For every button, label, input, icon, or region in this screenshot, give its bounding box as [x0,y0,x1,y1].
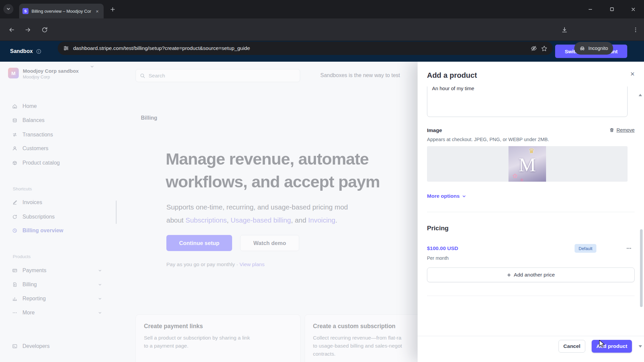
price-interval: Per month [427,255,449,261]
incognito-icon [579,45,585,51]
usage-based-billing-link[interactable]: Usage-based billing [230,216,291,224]
trash-icon [609,128,614,132]
billing-section-label: Billing [141,115,157,121]
eye-off-icon[interactable] [531,45,537,52]
reload-button[interactable] [38,23,51,36]
heading-line-1: Manage revenue, automate [166,147,380,170]
section-label-shortcuts: Shortcuts [13,186,32,191]
arrow-left-icon [8,26,15,33]
close-window-button[interactable] [623,0,644,18]
account-subtitle: Moodjoy Corp [23,74,79,80]
sidebar-item-more[interactable]: More [7,306,107,320]
image-hint: Appears at checkout. JPEG, PNG, or WEBP … [427,137,549,142]
back-button[interactable] [5,23,18,36]
account-name: Moodjoy Corp sandbox [23,68,79,74]
sidebar-item-billing-overview[interactable]: Billing overview [7,224,107,238]
transactions-icon [12,132,17,137]
forward-button[interactable] [21,23,34,36]
url-text[interactable]: dashboard.stripe.com/test/billing/setup?… [73,45,527,51]
price-amount-link[interactable]: $100.00 USD [427,245,458,251]
chevron-down-icon [6,7,11,11]
sidebar-item-label: Billing overview [22,228,63,234]
sidebar-item-balances[interactable]: Balances [7,113,107,127]
search-icon [140,73,145,78]
minimize-icon [588,7,593,12]
scrollbar-down-arrow[interactable] [639,345,642,348]
product-catalog-icon [12,160,17,166]
plus-icon [110,6,116,12]
maximize-button[interactable] [601,0,623,18]
flower-glyph: ✿ [513,172,518,180]
plan-note: Pay as you go or pay monthly · View plan… [166,261,265,267]
browser-tab[interactable]: S Billing overview – Moodjoy Cor × [19,4,104,18]
tab-close-icon[interactable]: × [94,8,100,14]
monogram-letter: M [519,154,536,176]
description-value: An hour of my time [432,86,474,91]
more-dots-icon [12,310,17,315]
info-icon[interactable] [36,49,42,54]
description-field-clipped: An hour of my time [427,86,628,117]
divider [427,296,635,296]
close-icon [631,7,636,12]
drawer-scrollbar-thumb[interactable] [640,229,643,307]
card-create-payment-links[interactable]: Create payment links Sell a product or s… [136,314,301,362]
sidebar-item-home[interactable]: Home [7,99,107,113]
sidebar-item-transactions[interactable]: Transactions [7,128,107,142]
flower-glyph: ❀ [520,177,524,182]
stripe-favicon: S [22,8,29,14]
browser-menu-button[interactable] [629,23,642,36]
sidebar-item-developers[interactable]: Developers [7,339,107,353]
chevron-down-icon[interactable] [98,268,102,273]
drawer-close-icon[interactable]: × [630,70,635,78]
watch-demo-button[interactable]: Watch demo [240,235,299,251]
add-product-button[interactable]: Add product [592,340,632,353]
sidebar-item-product-catalog[interactable]: Product catalog [7,156,107,170]
continue-setup-button[interactable]: Continue setup [166,235,232,251]
sidebar-item-label: Balances [22,117,45,123]
window-menu-button[interactable] [3,4,13,14]
sidebar-item-customers[interactable]: Customers [7,141,107,156]
sidebar-item-reporting[interactable]: Reporting [7,292,107,306]
incognito-badge: Incognito [574,42,613,55]
remove-image-button[interactable]: Remove [609,127,635,133]
drawer-title: Add a product [427,71,477,80]
sidebar-item-subscriptions[interactable]: Subscriptions [7,210,107,224]
product-image-thumbnail[interactable]: ♛ M ✿ ❀ [508,146,546,182]
scrollbar-up-arrow[interactable] [639,94,642,96]
balances-icon [12,118,17,123]
description-textarea[interactable]: An hour of my time [427,86,628,117]
sidebar-item-label: More [22,310,35,316]
minimize-button[interactable] [580,0,601,18]
sidebar-item-invoices[interactable]: Invoices [7,195,107,209]
clock-icon [12,228,17,233]
cancel-button[interactable]: Cancel [558,340,585,353]
image-preview-area[interactable]: ♛ M ✿ ❀ [427,146,628,182]
view-plans-link[interactable]: View plans [239,261,265,267]
developers-terminal-icon [12,344,17,349]
search-input[interactable] [149,73,296,79]
arrow-right-icon [24,26,31,33]
more-options-button[interactable]: More options [427,193,466,199]
price-overflow-button[interactable] [626,245,632,251]
subscriptions-link[interactable]: Subscriptions [185,216,227,224]
site-settings-tune-icon[interactable] [63,45,69,51]
search-box[interactable] [136,69,300,82]
card-title: Create payment links [144,323,292,330]
invoicing-link[interactable]: Invoicing [308,216,335,224]
sidebar-item-payments[interactable]: Payments [7,263,107,278]
account-chevron-icon[interactable] [90,64,94,69]
ellipsis-icon [626,245,632,251]
add-another-price-button[interactable]: Add another price [427,267,635,282]
sidebar-item-label: Payments [22,267,46,274]
bookmark-star-icon[interactable] [541,45,547,52]
sidebar-item-billing[interactable]: Billing [7,278,107,292]
chevron-down-icon[interactable] [98,283,102,287]
downloads-button[interactable] [558,23,571,36]
account-switcher[interactable]: M Moodjoy Corp sandbox Moodjoy Corp [8,68,109,82]
sidebar-scrollbar-thumb[interactable] [116,200,117,224]
address-bar[interactable]: dashboard.stripe.com/test/billing/setup?… [58,42,553,55]
intro-line-1: Supports one-time, recurring, and usage-… [166,200,348,214]
chevron-down-icon[interactable] [98,297,102,301]
new-tab-button[interactable] [108,5,117,14]
chevron-down-icon[interactable] [98,311,102,315]
